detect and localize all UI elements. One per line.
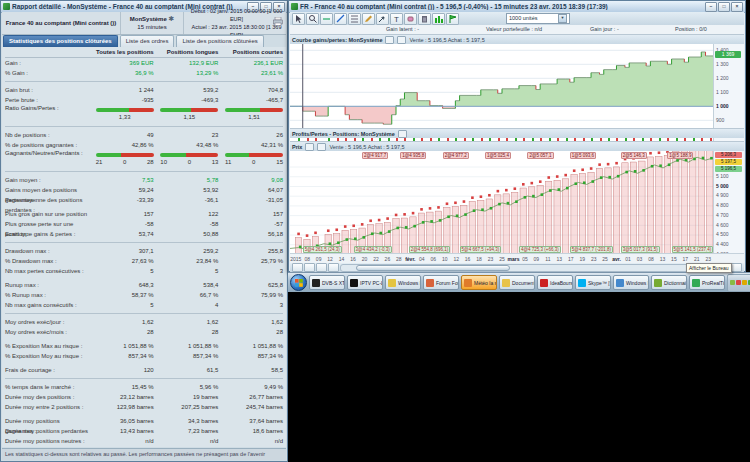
row-value: 538,4 (154, 280, 219, 290)
x-tick-label: 26 (385, 256, 391, 262)
row-value: -465,7 (218, 95, 283, 105)
row-value: n/d (218, 436, 283, 446)
y-tick-label: 5 100 (716, 173, 729, 179)
system-name: MonSystème (130, 16, 167, 22)
table-row: Nb de positions :492326 (5, 130, 283, 140)
row-value: n/d (89, 436, 154, 446)
taskbar-button[interactable]: Forum Forex... (423, 275, 459, 290)
row-separator (5, 123, 283, 130)
app-icon (291, 3, 298, 10)
x-tick-label: 08 (304, 256, 310, 262)
zoom-in-icon[interactable] (731, 263, 742, 272)
table-row: Plus grosse perte sur une position :-58-… (5, 219, 283, 229)
row-value: 9,49 % (218, 382, 283, 392)
x-tick-label: 23 (488, 256, 494, 262)
taskbar-button[interactable]: DVB-S XTre... (309, 275, 345, 290)
zoom-icon[interactable] (306, 13, 319, 25)
chevron-down-icon: ▼ (558, 14, 567, 23)
row-value: 37,64 barres (218, 416, 283, 426)
snapshot-icon[interactable] (292, 263, 303, 272)
current-price-box: 5 206,3 (715, 152, 742, 158)
row-label: % Gain : (5, 68, 89, 78)
fibonacci-icon[interactable] (348, 13, 361, 25)
tab-statistiques[interactable]: Statistiques des positions clôturées (3, 35, 118, 47)
horizontal-scrollbar[interactable] (340, 264, 706, 272)
table-row: Gain moyen :7,535,789,08 (5, 175, 283, 185)
pencil-icon[interactable] (362, 13, 375, 25)
row-value: 5,96 % (154, 382, 219, 392)
portfolio-info-bar: Gain latent : - Valeur portefeuille : n/… (290, 25, 744, 34)
trash-icon[interactable] (418, 13, 431, 25)
row-value: -58 (154, 219, 219, 229)
scrollbar-thumb[interactable] (356, 265, 511, 271)
line-icon[interactable] (320, 13, 333, 25)
row-label: Plus gros gain sur une position : (5, 209, 89, 219)
gain-jour: Gain jour : - (590, 25, 619, 34)
task-buttons: DVB-S XTre...IPTV PC-L...Windows De...Fo… (309, 275, 725, 290)
valeur-portefeuille: Valeur portefeuille : n/d (486, 25, 542, 34)
tray-icon[interactable] (730, 280, 735, 285)
row-value: -31,05 (218, 195, 283, 205)
gear-icon[interactable]: ✱ (168, 15, 174, 22)
count-value: 15 (276, 159, 283, 165)
units-selector[interactable]: 1000 unités▼ (506, 13, 570, 24)
taskbar-button[interactable]: IPTV PC-L... (347, 275, 383, 290)
row-value: 1 051,88 % (154, 341, 219, 351)
indicators-icon[interactable] (432, 13, 445, 25)
disclaimer-text: Les statistiques ci-dessus sont relative… (2, 448, 286, 460)
eraser-icon[interactable] (404, 13, 417, 25)
minimize-button[interactable]: – (705, 2, 717, 12)
panel-settings-icon[interactable] (398, 130, 407, 138)
row-label: Durée moy positions gagnantes : (5, 416, 89, 426)
taskbar-button[interactable]: Documents (499, 275, 535, 290)
text-icon[interactable]: T (390, 13, 403, 25)
equity-chart[interactable] (290, 44, 714, 129)
panel-expand-icon[interactable] (397, 36, 406, 44)
layout-icon[interactable] (304, 263, 315, 272)
panel-expand-icon[interactable] (317, 143, 326, 151)
taskbar-button[interactable]: Météo la se... (461, 275, 497, 290)
row-value: 1,62 (89, 317, 154, 327)
printer-icon[interactable] (273, 17, 283, 26)
bar-red-segment (186, 153, 219, 157)
row-value: 25,79 % (218, 256, 283, 266)
trendline-icon[interactable] (334, 13, 347, 25)
taskbar-button[interactable]: Windows M... (613, 275, 649, 290)
arrow-icon[interactable] (376, 13, 389, 25)
taskbar-button[interactable]: Skype™ [9]... (575, 275, 611, 290)
count-value: 0 (252, 159, 255, 165)
row-value: 34,3 barres (154, 416, 219, 426)
cursor-icon[interactable] (292, 13, 305, 25)
taskbar-button[interactable]: Dictionnair... (651, 275, 687, 290)
row-value: 42,31 % (218, 140, 283, 150)
systems-icon[interactable] (446, 13, 459, 25)
settings-icon[interactable] (328, 263, 339, 272)
taskbar-button-icon (350, 279, 358, 287)
tab-liste-positions[interactable]: Liste des positions clôturées (176, 35, 263, 47)
bar-green-segment (160, 108, 191, 112)
bar-green-segment (160, 153, 185, 157)
close-button[interactable]: × (731, 2, 743, 12)
row-label: % Exposition Moy au risque : (5, 351, 89, 361)
panel-settings-icon[interactable] (305, 143, 314, 151)
table-row: Durée moy positions perdantes :13,43 bar… (5, 426, 283, 436)
y-tick-label: 1 300 (716, 61, 729, 67)
trade-annotation: 4@4 725,3 (+66,3) (519, 246, 561, 253)
start-button[interactable] (290, 274, 307, 291)
taskbar-button[interactable]: Windows De... (385, 275, 421, 290)
row-value: 26 (218, 130, 283, 140)
tray-icon[interactable] (742, 280, 747, 285)
y-tick-label: 4 800 (716, 202, 729, 208)
desktop: Rapport détaillé - MonSystème - France 4… (0, 0, 750, 462)
tray-icon[interactable] (736, 280, 741, 285)
bar-red-segment (121, 153, 154, 157)
taskbar-button[interactable]: ProRealTim... (689, 275, 725, 290)
maximize-button[interactable]: □ (718, 2, 730, 12)
tab-liste-ordres[interactable]: Liste des ordres (120, 35, 175, 47)
taskbar-button[interactable]: IdeaBourse... (537, 275, 573, 290)
panel-settings-icon[interactable] (385, 36, 394, 44)
price-chart[interactable]: 2@4 917,71@4 935,82@4 977,21@5 025,42@5 … (290, 151, 714, 254)
y-tick-label: 4 500 (716, 231, 729, 237)
taskbar-button-label: DVB-S XTre... (322, 280, 345, 286)
link-icon[interactable] (316, 263, 327, 272)
